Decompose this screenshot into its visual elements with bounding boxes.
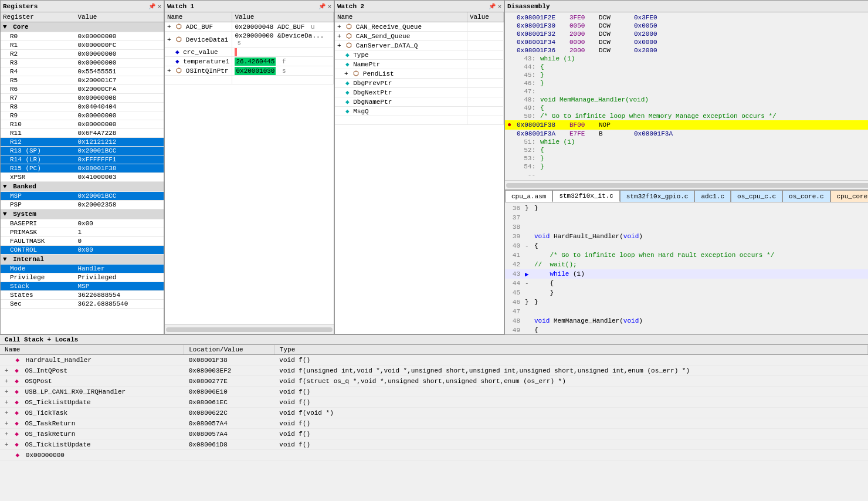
reg-row[interactable]: R11 0x6F4A7228 <box>1 129 164 138</box>
watch2-pin-icon[interactable]: 📌 <box>489 3 496 10</box>
watch1-row[interactable]: ◆ crc_value <box>165 48 334 57</box>
reg-row[interactable]: xPSR 0x41000003 <box>1 173 164 182</box>
watch1-pin-icon[interactable]: 📌 <box>318 3 326 10</box>
callstack-row[interactable]: ◆ 0x00000000 <box>0 450 868 461</box>
watch2-row[interactable]: ◆ Type <box>335 50 504 60</box>
watch2-scroll[interactable]: Name Value + ⬡ CAN_Receive_Queue + ⬡ CAN… <box>335 12 504 334</box>
reg-row[interactable]: R9 0x00000000 <box>1 111 164 120</box>
reg-group-expand[interactable]: ▼ <box>3 256 7 263</box>
disassembly-hscrollbar[interactable] <box>505 180 868 189</box>
reg-row[interactable]: PSP 0x20002358 <box>1 201 164 209</box>
reg-row[interactable]: R15 (PC) 0x08001F38 <box>1 164 164 173</box>
editor-tab-cpu-a-asm[interactable]: cpu_a.asm <box>505 190 552 202</box>
reg-row[interactable]: R5 0x200001C7 <box>1 76 164 85</box>
reg-row[interactable]: R7 0x00000008 <box>1 94 164 103</box>
reg-row[interactable]: R0 0x00000000 <box>1 32 164 41</box>
reg-row[interactable]: R8 0x04040404 <box>1 103 164 111</box>
reg-row[interactable]: R3 0x00000000 <box>1 59 164 67</box>
cs-expand-icon[interactable]: + <box>5 388 9 395</box>
watch1-row[interactable]: ◆ temperature1 26.4260445 f <box>165 57 334 66</box>
reg-row[interactable]: CONTROL 0x00 <box>1 246 164 255</box>
editor-tab-stm32f10x-it-c[interactable]: stm32f10x_it.c <box>552 190 619 202</box>
reg-row[interactable]: R12 0x12121212 <box>1 138 164 147</box>
reg-group-expand[interactable]: ▼ <box>3 183 7 190</box>
editor-tab-cpu-core-h[interactable]: cpu_core.h <box>830 190 868 202</box>
registers-pin-icon[interactable]: 📌 <box>148 3 155 10</box>
watch2-row[interactable]: ◆ DbgPrevPtr <box>335 79 504 88</box>
watch2-row[interactable]: ◆ DbgNextPtr <box>335 88 504 97</box>
reg-row[interactable]: PRIMASK 1 <box>1 228 164 237</box>
reg-row[interactable]: MSP 0x20001BCC <box>1 192 164 201</box>
watch2-expand-icon[interactable]: + <box>337 42 341 49</box>
reg-row[interactable]: Privilege Privileged <box>1 273 164 282</box>
watch2-row[interactable] <box>335 116 504 125</box>
reg-row[interactable]: BASEPRI 0x00 <box>1 219 164 228</box>
watch2-expand-icon[interactable]: + <box>344 70 348 77</box>
breakpoint-icon[interactable]: ● <box>507 121 511 129</box>
cs-expand-icon[interactable]: + <box>5 441 9 448</box>
callstack-row[interactable]: + ◆ OS_TickTask 0x0800622C void f(void *… <box>0 408 868 418</box>
editor-tab-adc1-c[interactable]: adc1.c <box>694 190 731 202</box>
disassembly-content[interactable]: 0x08001F2E3FE0DCW0x3FE00x08001F300050DCW… <box>505 12 868 180</box>
editor-tab-os-cpu-c-c[interactable]: os_cpu_c.c <box>731 190 782 202</box>
callstack-scroll[interactable]: Name Location/Value Type ◆ HardFault_Han… <box>0 345 868 501</box>
cs-expand-icon[interactable]: + <box>5 420 9 427</box>
reg-row[interactable]: Stack MSP <box>1 282 164 291</box>
watch1-row[interactable] <box>165 76 334 84</box>
cs-expand-icon[interactable]: + <box>5 367 9 374</box>
reg-row[interactable]: R2 0x00000000 <box>1 50 164 59</box>
callstack-row[interactable]: + ◆ OS_TickListUpdate 0x080061EC void f(… <box>0 397 868 408</box>
callstack-row[interactable]: ◆ HardFault_Handler 0x08001F38 void f() <box>0 355 868 365</box>
callstack-row[interactable]: + ◆ OS_TaskReturn 0x080057A4 void f() <box>0 418 868 429</box>
reg-row[interactable]: R14 (LR) 0xFFFFFFF1 <box>1 155 164 164</box>
editor-tab-os-core-c[interactable]: os_core.c <box>782 190 830 202</box>
watch2-row[interactable]: + ⬡ CanServer_DATA_Q <box>335 41 504 50</box>
watch-expand-icon[interactable]: + <box>167 36 171 43</box>
disasm-line: 47: <box>505 87 868 96</box>
reg-row[interactable]: R13 (SP) 0x20001BCC <box>1 147 164 155</box>
reg-row[interactable]: Sec 3622.68885540 <box>1 300 164 309</box>
cs-expand-icon[interactable]: + <box>5 378 9 385</box>
reg-row[interactable]: R10 0x00000000 <box>1 120 164 129</box>
watch2-expand-icon[interactable]: + <box>337 23 341 31</box>
reg-row[interactable]: FAULTMASK 0 <box>1 237 164 246</box>
reg-row[interactable]: States 36226888554 <box>1 291 164 300</box>
watch-expand-icon[interactable]: + <box>167 67 171 75</box>
registers-close-icon[interactable]: ✕ <box>158 3 161 10</box>
watch2-row[interactable]: ◆ NamePtr <box>335 60 504 69</box>
reg-row[interactable]: R4 0x55455551 <box>1 67 164 76</box>
reg-group-expand[interactable]: ▼ <box>3 211 7 218</box>
watch2-row[interactable]: + ⬡ CAN_Send_Queue <box>335 32 504 41</box>
watch1-row[interactable]: + ⬡ OSIntQInPtr 0x20001030 s <box>165 66 334 76</box>
watch-expand-icon[interactable]: + <box>167 23 171 31</box>
watch1-close-icon[interactable]: ✕ <box>328 3 331 10</box>
watch2-row[interactable]: + ⬡ CAN_Receive_Queue <box>335 22 504 32</box>
cs-expand-icon[interactable]: + <box>5 409 9 417</box>
watch1-scroll[interactable]: Name Value + ⬡ ADC_BUF 0x20000048 ADC_BU… <box>165 12 334 324</box>
reg-row[interactable]: Mode Handler <box>1 265 164 273</box>
editor-tab-stm32f10x-gpio-c[interactable]: stm32f10x_gpio.c <box>620 190 695 202</box>
reg-row[interactable]: R6 0x20000CFA <box>1 85 164 94</box>
watch2-expand-icon[interactable]: + <box>337 33 341 40</box>
cs-expand-icon[interactable]: + <box>5 399 9 406</box>
reg-row[interactable]: R1 0x000000FC <box>1 41 164 50</box>
watch2-row[interactable]: ◆ MsgQ <box>335 107 504 116</box>
callstack-row[interactable]: + ◆ OSQPost 0x0800277E void f(struct os_… <box>0 376 868 387</box>
reg-group-expand[interactable]: ▼ <box>3 23 7 31</box>
disasm-line: ●0x08001F38BF00NOP <box>505 120 868 130</box>
watch1-hscrollbar[interactable] <box>165 324 334 334</box>
registers-scroll[interactable]: Register Value ▼ Core R0 0x00000000 R1 0… <box>1 12 164 334</box>
editor-content[interactable]: 36}}373839void HardFault_Handler(void)40… <box>505 202 868 336</box>
callstack-row[interactable]: + ◆ OS_TickListUpdate 0x080061D8 void f(… <box>0 439 868 450</box>
watch1-row[interactable]: + ⬡ ADC_BUF 0x20000048 ADC_BUF u <box>165 22 334 32</box>
callstack-row[interactable]: + ◆ OS_TaskReturn 0x080057A4 void f() <box>0 429 868 439</box>
watch2-close-icon[interactable]: ✕ <box>498 3 501 10</box>
watch1-row[interactable]: + ⬡ DeviceData1 0x20000000 &DeviceDa... … <box>165 32 334 48</box>
code-expand-icon[interactable]: - <box>525 280 534 287</box>
callstack-row[interactable]: + ◆ USB_LP_CAN1_RX0_IRQHandler 0x08006E1… <box>0 387 868 397</box>
watch2-row[interactable]: ◆ DbgNamePtr <box>335 97 504 107</box>
callstack-row[interactable]: + ◆ OS_IntQPost 0x080003EF2 void f(unsig… <box>0 365 868 376</box>
code-expand-icon[interactable]: - <box>525 242 534 249</box>
cs-expand-icon[interactable]: + <box>5 431 9 438</box>
watch2-row[interactable]: + ⬡ PendList <box>335 69 504 79</box>
